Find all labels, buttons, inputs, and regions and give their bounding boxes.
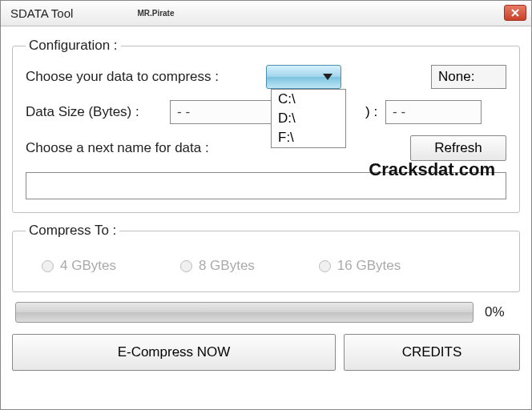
button-row: E-Compress NOW CREDITS bbox=[12, 334, 520, 371]
size-input[interactable] bbox=[170, 100, 274, 124]
configuration-group: Configuration : Choose your data to comp… bbox=[12, 38, 520, 213]
size-row: Data Size (Bytes) : ) : bbox=[26, 100, 506, 124]
none-display: None: bbox=[431, 65, 506, 89]
radio-16gb[interactable]: 16 GBytes bbox=[319, 258, 401, 274]
refresh-button[interactable]: Refresh bbox=[410, 135, 506, 161]
radio-icon bbox=[42, 260, 54, 272]
progress-bar bbox=[15, 302, 474, 323]
close-icon bbox=[511, 9, 519, 17]
app-window: SDATA Tool MR.Pirate Configuration : Cho… bbox=[0, 0, 532, 410]
close-button[interactable] bbox=[504, 5, 526, 21]
progress-percent: 0% bbox=[485, 304, 517, 320]
configuration-legend: Configuration : bbox=[26, 38, 121, 54]
radio-label: 8 GBytes bbox=[199, 258, 255, 274]
content-area: Configuration : Choose your data to comp… bbox=[1, 26, 531, 382]
drive-option[interactable]: D:\ bbox=[272, 109, 345, 128]
radio-row: 4 GBytes 8 GBytes 16 GBytes bbox=[26, 250, 506, 279]
titlebar: SDATA Tool MR.Pirate bbox=[1, 1, 531, 26]
radio-4gb[interactable]: 4 GBytes bbox=[42, 258, 116, 274]
drive-option[interactable]: C:\ bbox=[272, 90, 345, 109]
compress-now-button[interactable]: E-Compress NOW bbox=[12, 334, 336, 371]
paren-input[interactable] bbox=[385, 100, 482, 124]
compress-group: Compress To : 4 GBytes 8 GBytes 16 GByte… bbox=[12, 223, 520, 292]
credits-button[interactable]: CREDITS bbox=[344, 334, 520, 371]
paren-label: ) : bbox=[365, 104, 377, 120]
drive-dropdown-list: C:\ D:\ F:\ bbox=[271, 89, 346, 148]
titlebar-extra: MR.Pirate bbox=[137, 9, 174, 18]
watermark-text: Cracksdat.com bbox=[369, 159, 495, 180]
drive-dropdown[interactable] bbox=[266, 65, 341, 89]
choose-label: Choose your data to compress : bbox=[26, 69, 258, 85]
radio-label: 16 GBytes bbox=[337, 258, 401, 274]
progress-row: 0% bbox=[12, 302, 520, 334]
radio-8gb[interactable]: 8 GBytes bbox=[180, 258, 255, 274]
compress-legend: Compress To : bbox=[26, 223, 119, 239]
chevron-down-icon bbox=[323, 74, 332, 80]
choose-row: Choose your data to compress : None: C:\… bbox=[26, 65, 506, 89]
drive-option[interactable]: F:\ bbox=[272, 128, 345, 147]
size-label: Data Size (Bytes) : bbox=[26, 104, 162, 120]
name-row: Choose a next name for data : Refresh bbox=[26, 135, 506, 161]
radio-label: 4 GBytes bbox=[60, 258, 116, 274]
window-title: SDATA Tool bbox=[6, 6, 73, 20]
radio-icon bbox=[319, 260, 331, 272]
radio-icon bbox=[180, 260, 192, 272]
